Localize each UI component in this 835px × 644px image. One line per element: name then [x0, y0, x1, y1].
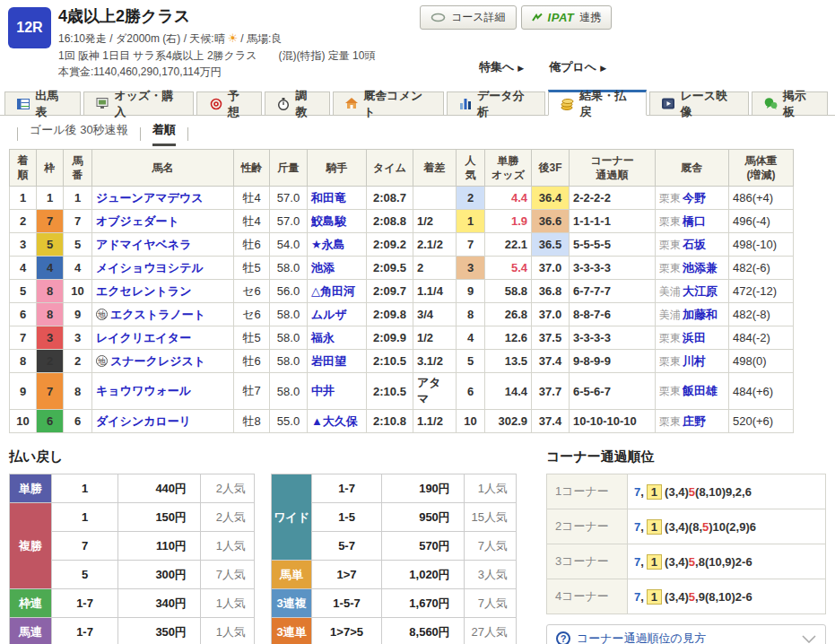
bar-chart-icon: [459, 98, 472, 109]
win-odds: 4.4: [485, 187, 532, 210]
payout-popularity: 1人気: [464, 474, 516, 503]
tab-results-payout[interactable]: 結果・払戻: [548, 90, 647, 116]
trainer-link[interactable]: 橋口: [683, 214, 706, 228]
jockey-cell: 和田竜: [308, 187, 367, 210]
tab-chokyo[interactable]: 調教: [265, 91, 330, 115]
corner-label: 2コーナー: [547, 509, 628, 544]
win-odds: 12.6: [485, 326, 532, 350]
jockey-weight: 58.0: [270, 303, 308, 326]
divider: [187, 127, 188, 141]
trainer-link[interactable]: 加藤和: [683, 308, 718, 321]
horse-weight: 484(-2): [729, 326, 794, 350]
trainer-link[interactable]: 今野: [683, 191, 706, 205]
jockey-link[interactable]: △角田河: [311, 284, 355, 298]
trainer-link[interactable]: 川村: [683, 354, 706, 368]
horse-name-link[interactable]: キョウワウォール: [96, 384, 191, 397]
jockey-cell: ▲大久保: [308, 410, 367, 433]
payout-amount: 150円: [117, 503, 200, 532]
frame-badge: 2: [37, 350, 64, 373]
payout-combination: 1-7: [52, 618, 118, 644]
horse-name-link[interactable]: エクストラノート: [110, 308, 205, 321]
horse-name-link[interactable]: ダイシンカローリ: [96, 414, 191, 428]
horse-name-link[interactable]: メイショウヨシテル: [96, 261, 204, 274]
payout-popularity: 7人気: [464, 589, 516, 618]
horse-weight: 482(-6): [729, 257, 794, 280]
bet-type-trifecta: 3連単: [272, 618, 312, 644]
jockey-link[interactable]: ムルザ: [311, 308, 347, 321]
horse-name-link[interactable]: ジューンアマデウス: [96, 191, 203, 205]
tab-odds-purchase[interactable]: オッズ・購入: [83, 91, 194, 115]
sex-age: セ6: [234, 280, 270, 303]
corner-order: 1-1-1-1: [570, 210, 656, 233]
tab-data-analysis[interactable]: データ分析: [447, 91, 546, 115]
tab-shutsubahyo[interactable]: 出馬表: [4, 91, 81, 115]
corner-order: 3-3-3-3: [570, 326, 656, 350]
course-icon: [431, 13, 446, 22]
corner-order-section: コーナー通過順位 1コーナー 7,1(3,4)5(8,10)9,2,6 2コーナ…: [546, 448, 826, 644]
jockey-link[interactable]: ▲大久保: [311, 414, 358, 428]
race-results-table: 着 順 枠 馬 番 馬名 性齢 斤量 騎手 タイム 着差 人 気 単勝 オッズ …: [9, 149, 794, 433]
finish-time: 2:09.2: [367, 233, 413, 257]
question-icon: ?: [556, 631, 570, 644]
tab-yosou[interactable]: 予想: [196, 91, 262, 115]
last-3f: 36.5: [532, 233, 570, 257]
sex-age: 牡4: [234, 187, 270, 210]
stable-cell: 栗東浜田: [656, 326, 729, 350]
horse-name-cell: エクセレントラン: [92, 280, 234, 303]
payout-popularity: 2人気: [201, 503, 255, 532]
jockey-cell: ★永島: [308, 233, 367, 257]
margin: 1.1/2: [413, 410, 457, 433]
tab-keijiban[interactable]: 掲示板: [752, 91, 828, 115]
jockey-link[interactable]: 中井: [311, 384, 335, 397]
result-subnav: ゴール後 30秒速報 着順: [0, 116, 835, 144]
ipat-link-button[interactable]: IPAT 連携: [521, 5, 613, 30]
trainer-link[interactable]: 飯田雄: [683, 384, 718, 397]
finish-time: 2:08.7: [367, 187, 413, 210]
col-header-frame: 枠: [37, 150, 64, 187]
horse-number: 4: [64, 257, 92, 280]
corner-order-help[interactable]: ? コーナー通過順位の見方: [546, 624, 826, 644]
corner-order: 5-5-5-5: [570, 233, 656, 257]
orepro-link[interactable]: 俺プロへ▶: [549, 59, 606, 75]
jockey-weight: 57.0: [270, 187, 308, 210]
tab-race-video[interactable]: レース映像: [649, 91, 749, 115]
trainer-link[interactable]: 浜田: [683, 331, 706, 344]
col-header-stable: 厩舎: [656, 150, 729, 187]
horse-name-link[interactable]: オブジェダート: [96, 214, 179, 228]
horse-name-link[interactable]: エクセレントラン: [96, 284, 191, 298]
jockey-link[interactable]: 池添: [311, 261, 335, 274]
jockey-link[interactable]: ★永島: [311, 238, 345, 251]
corner-order: 2-2-2-2: [570, 187, 656, 210]
last-3f: 36.8: [532, 280, 570, 303]
trainer-link[interactable]: 石坂: [683, 238, 706, 251]
stable-region: 栗東: [659, 192, 681, 205]
trainer-link[interactable]: 大江原: [683, 284, 718, 298]
subtab-finish-order[interactable]: 着順: [152, 122, 176, 146]
jockey-link[interactable]: 福永: [311, 331, 335, 344]
jockey-link[interactable]: 和田竜: [311, 191, 346, 205]
horse-name-link[interactable]: レイクリエイター: [96, 331, 191, 344]
horse-name-cell: オブジェダート: [92, 210, 234, 233]
horse-weight: 498(0): [729, 350, 794, 373]
last-3f: 36.4: [532, 187, 570, 210]
horse-name-link[interactable]: スナークレジスト: [110, 354, 205, 368]
col-header-margin: 着差: [413, 150, 457, 187]
special-feature-link[interactable]: 特集へ▶: [479, 59, 524, 75]
corner-passing-order: 7,1(3,4)5,8(10,9)2-6: [628, 544, 826, 579]
trainer-link[interactable]: 池添兼: [683, 261, 718, 274]
subtab-goal-flash[interactable]: ゴール後 30秒速報: [30, 122, 128, 146]
payout-popularity: 1人気: [201, 532, 255, 561]
trainer-link[interactable]: 庄野: [683, 414, 706, 428]
results-header-row: 着 順 枠 馬 番 馬名 性齢 斤量 騎手 タイム 着差 人 気 単勝 オッズ …: [10, 150, 794, 187]
jockey-link[interactable]: 岩田望: [311, 354, 346, 368]
corner-row: 2コーナー 7,1(3,4)(8,5)10(2,9)6: [547, 509, 826, 544]
finish-time: 2:08.8: [367, 210, 413, 233]
popularity: 3: [457, 257, 485, 280]
jockey-link[interactable]: 鮫島駿: [311, 214, 346, 228]
frame-badge: 8: [37, 303, 64, 326]
col-header-number: 馬 番: [64, 150, 92, 187]
horse-name-link[interactable]: アドマイヤベネラ: [96, 238, 191, 251]
course-detail-button[interactable]: コース詳細: [420, 5, 517, 30]
table-row: 9 7 8 キョウワウォール 牡7 58.0 中井 2:10.5 アタマ 6 1…: [10, 373, 794, 410]
tab-kyusha-comment[interactable]: 厩舎コメント: [333, 91, 444, 115]
